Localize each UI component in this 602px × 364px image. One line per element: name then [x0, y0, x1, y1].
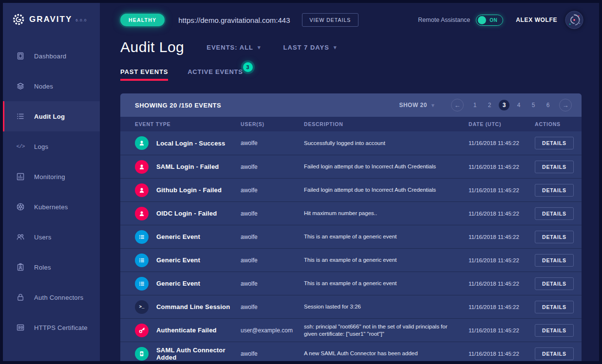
show-count-dropdown[interactable]: SHOW 20 ▾ [399, 102, 434, 109]
sidebar-item-logs[interactable]: </> Logs [3, 131, 100, 162]
details-button[interactable]: DETAILS [535, 231, 574, 243]
page-1-button[interactable]: 1 [470, 100, 480, 110]
prev-page-button[interactable]: ← [451, 99, 464, 111]
table-row[interactable]: Generic Event awolfe This is an example … [120, 248, 582, 272]
user-failed-icon [135, 160, 149, 174]
date-range-dropdown[interactable]: LAST 7 DAYS ▾ [283, 44, 337, 51]
column-header-event-type: EVENT TYPE [135, 121, 241, 127]
details-button[interactable]: DETAILS [535, 277, 574, 290]
sidebar-item-https-certificate[interactable]: HTTPS Certificate [3, 312, 100, 343]
main-area: HEALTHY https://demo.gravitational.com:4… [100, 3, 599, 361]
column-header-user-s: USER(S) [241, 121, 304, 127]
app-version: 6.0.0 [75, 18, 87, 22]
table-row[interactable]: OIDC Login - Failed awolfe Hit maximum n… [120, 201, 582, 225]
next-page-button[interactable]: → [559, 99, 572, 111]
details-button[interactable]: DETAILS [535, 207, 574, 220]
sidebar-item-label: Monitoring [34, 173, 65, 181]
sidebar-item-users[interactable]: Users [3, 222, 100, 252]
health-status-badge[interactable]: HEALTHY [120, 14, 165, 26]
sidebar-item-roles[interactable]: Roles [3, 252, 100, 282]
events-summary: SHOWING 20 /150 EVENTS [135, 102, 221, 109]
terminal-icon: >_ [135, 300, 149, 314]
event-description: ssh: principal "root666" not in the set … [304, 323, 469, 338]
details-button[interactable]: DETAILS [535, 324, 574, 337]
page-4-button[interactable]: 4 [513, 100, 524, 110]
app-name: GRAVITY [29, 15, 72, 24]
user-name: ALEX WOLFE [516, 17, 557, 23]
event-description: This is an example of a generic event [304, 280, 469, 287]
page-3-button[interactable]: 3 [499, 100, 509, 110]
sidebar-item-label: Audit Log [34, 113, 65, 120]
event-user: awolfe [241, 187, 304, 194]
table-row[interactable]: Github Login - Failed awolfe Failed logi… [120, 178, 582, 201]
audit-log-icon [16, 111, 25, 121]
list-icon [135, 277, 149, 291]
event-description: Failed login attempt due to Incorrect Au… [304, 186, 469, 194]
column-header-date-utc: DATE (UTC) [469, 121, 535, 127]
page-5-button[interactable]: 5 [528, 100, 539, 110]
event-type-label: Local Login - Success [156, 140, 225, 147]
event-type-label: Authenticate Failed [156, 327, 217, 334]
event-description: This is an example of a generic event [304, 256, 469, 264]
dashboard-icon [16, 51, 25, 61]
details-button[interactable]: DETAILS [535, 347, 574, 360]
event-user: user@example.com [241, 327, 304, 334]
events-filter-label: EVENTS: ALL [207, 44, 253, 51]
details-button[interactable]: DETAILS [535, 137, 574, 149]
sidebar-item-label: HTTPS Certificate [34, 324, 88, 331]
events-filter-dropdown[interactable]: EVENTS: ALL ▾ [207, 44, 261, 51]
event-actions: DETAILS [535, 301, 582, 313]
tab-past-events[interactable]: PAST EVENTS [120, 68, 168, 81]
event-date: 11/16/2018 11:45:22 [469, 328, 535, 333]
users-icon [16, 232, 25, 242]
sidebar-item-label: Users [34, 234, 51, 241]
sidebar-item-auth-connectors[interactable]: Auth Connectors [3, 282, 100, 312]
table-row[interactable]: >_ Command Line Session awolfe Session l… [120, 295, 582, 318]
details-button[interactable]: DETAILS [535, 254, 574, 267]
event-type-label: SAML Login - Failed [156, 163, 219, 170]
gravity-logo-icon [12, 13, 25, 26]
table-row[interactable]: Authenticate Failed user@example.com ssh… [120, 318, 582, 342]
toggle-knob-icon [478, 16, 486, 24]
tab-active-events[interactable]: ACTIVE EVENTS3 [188, 68, 243, 81]
details-button[interactable]: DETAILS [535, 161, 574, 173]
page-title: Audit Log [120, 39, 184, 55]
event-date: 11/16/2018 11:45:22 [469, 257, 535, 263]
sidebar-item-label: Logs [34, 143, 48, 150]
event-actions: DETAILS [535, 184, 582, 197]
table-row[interactable]: Generic Event awolfe This is an example … [120, 272, 582, 295]
details-button[interactable]: DETAILS [535, 301, 574, 313]
user-avatar[interactable] [565, 11, 583, 29]
sidebar-item-monitoring[interactable]: Monitoring [3, 162, 100, 192]
event-type-label: Generic Event [156, 233, 200, 240]
sidebar-item-audit-log[interactable]: Audit Log [3, 101, 100, 131]
sidebar-nav: Dashboard Nodes Audit Log </> Logs Monit… [3, 41, 100, 343]
table-row[interactable]: SAML Login - Failed awolfe Failed login … [120, 155, 582, 178]
list-icon [135, 230, 149, 244]
user-failed-icon [135, 207, 149, 220]
list-icon [135, 254, 149, 267]
event-date: 11/16/2018 11:45:22 [469, 140, 535, 146]
event-date: 11/16/2018 11:45:22 [469, 211, 535, 217]
sidebar-item-nodes[interactable]: Nodes [3, 71, 100, 101]
event-actions: DETAILS [535, 277, 582, 290]
event-actions: DETAILS [535, 207, 582, 220]
sidebar-item-dashboard[interactable]: Dashboard [3, 41, 100, 71]
sidebar-item-kubernetes[interactable]: Kubernetes [3, 192, 100, 222]
event-date: 11/16/2018 11:45:22 [469, 187, 535, 193]
details-button[interactable]: DETAILS [535, 184, 574, 197]
event-actions: DETAILS [535, 347, 582, 360]
date-range-label: LAST 7 DAYS [283, 44, 329, 51]
event-type-label: Generic Event [156, 280, 200, 287]
show-count-label: SHOW 20 [399, 102, 427, 109]
column-header-actions: ACTIONS [535, 121, 582, 127]
table-row[interactable]: Generic Event awolfe This is an example … [120, 225, 582, 248]
table-row[interactable]: SAML Auth Connector Added awolfe A new S… [120, 342, 582, 361]
view-details-button[interactable]: VIEW DETAILS [302, 13, 359, 27]
event-type-label: SAML Auth Connector Added [156, 346, 241, 361]
table-row[interactable]: Local Login - Success awolfe Successfull… [120, 131, 582, 155]
page-6-button[interactable]: 6 [543, 100, 553, 110]
page-2-button[interactable]: 2 [484, 100, 495, 110]
event-date: 11/16/2018 11:45:22 [469, 281, 535, 287]
remote-assistance-toggle[interactable]: ON [476, 15, 503, 26]
